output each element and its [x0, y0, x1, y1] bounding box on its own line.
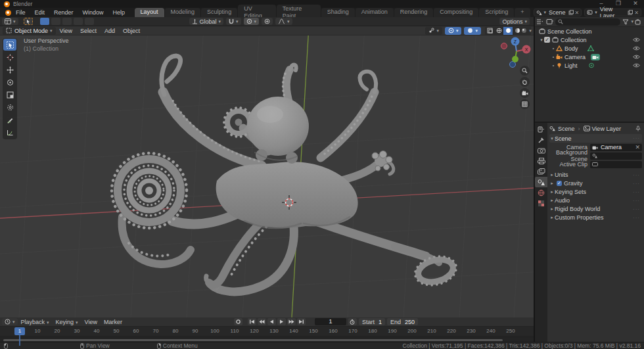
menu-edit[interactable]: Edit	[30, 8, 50, 17]
workspace-tab-scripting[interactable]: Scripting	[479, 8, 514, 17]
editor-divider[interactable]	[534, 17, 535, 342]
gizmo-dropdown[interactable]: ▾	[425, 27, 442, 35]
play-button[interactable]	[277, 318, 286, 325]
breadcrumb-view-layer[interactable]: View Layer	[592, 126, 621, 132]
tool-select-box[interactable]	[3, 39, 16, 51]
workspace-tab-shading[interactable]: Shading	[321, 8, 355, 17]
tab-scene[interactable]	[535, 177, 547, 187]
options-dropdown[interactable]: Options ▾	[499, 18, 530, 25]
workspace-tab-animation[interactable]: Animation	[356, 8, 394, 17]
timeline-menu-view[interactable]: View	[81, 319, 101, 325]
axis-x-negative-ball[interactable]	[501, 43, 507, 49]
tab-view-layer[interactable]	[535, 166, 547, 177]
menu-render[interactable]: Render	[49, 8, 78, 17]
proportional-editing-toggle[interactable]	[262, 18, 273, 25]
section-audio[interactable]: ▸ Audio ···	[549, 197, 642, 204]
outliner-row-light[interactable]: • Light	[535, 61, 644, 70]
collection-checkbox[interactable]: ✓	[544, 37, 550, 43]
tab-output[interactable]	[535, 156, 547, 166]
start-frame-field[interactable]: Start 1	[359, 318, 385, 325]
clear-icon[interactable]: ✕	[635, 144, 640, 151]
new-view-layer-icon[interactable]	[628, 10, 633, 15]
timeline-ruler[interactable]: 1020304050607080901001101201301401501601…	[0, 327, 534, 336]
tab-world[interactable]	[535, 187, 547, 198]
end-frame-field[interactable]: End 250	[387, 318, 418, 325]
shading-solid-button[interactable]	[503, 27, 513, 35]
scene-selector[interactable]: ▾ Scene ✕	[534, 9, 582, 16]
current-frame-field[interactable]: 1	[315, 318, 346, 325]
outliner-search-input[interactable]	[555, 18, 620, 26]
gravity-checkbox[interactable]: ✓	[557, 181, 562, 186]
viewport-canvas[interactable]: Z X	[0, 26, 534, 317]
record-button[interactable]	[234, 318, 242, 325]
use-preview-range-button[interactable]	[348, 318, 357, 325]
active-clip-field[interactable]	[590, 161, 642, 168]
timeline-menu-marker[interactable]: Marker	[101, 319, 126, 325]
section-rigid-body-world[interactable]: ▸ Rigid Body World ···	[549, 205, 642, 213]
tool-rotate[interactable]	[3, 76, 16, 88]
mode-dropdown[interactable]: Object Mode ▾	[3, 27, 56, 35]
eye-icon[interactable]	[633, 55, 640, 59]
shading-wireframe-button[interactable]	[494, 27, 503, 35]
display-mode-icon[interactable]	[546, 18, 553, 25]
scrollbar-thumb[interactable]	[3, 339, 503, 341]
outliner-row-body[interactable]: • Body	[535, 44, 644, 53]
select-mode-extend[interactable]	[85, 18, 94, 25]
workspace-tab-modeling[interactable]: Modeling	[165, 8, 201, 17]
transform-orientation-dropdown[interactable]: Global ▾	[189, 18, 224, 25]
timeline-menu-playback[interactable]: Playback▾	[18, 319, 53, 325]
jump-to-start-button[interactable]	[248, 318, 256, 325]
section-scene[interactable]: ▾ Scene ···	[549, 134, 642, 143]
zoom-view-button[interactable]	[520, 66, 530, 76]
section-units[interactable]: ▸ Units ···	[549, 171, 642, 179]
camera-view-button[interactable]	[520, 88, 530, 98]
workspace-tab-layout[interactable]: Layout	[135, 8, 164, 17]
editor-type-button[interactable]: ▾	[2, 18, 18, 25]
disclosure-triangle-icon[interactable]: ▾	[539, 37, 544, 43]
menu-file[interactable]: File	[11, 8, 30, 17]
jump-to-end-button[interactable]	[297, 318, 306, 325]
outliner-row-scene-collection[interactable]: Scene Collection	[535, 27, 644, 35]
workspace-tab-rendering[interactable]: Rendering	[394, 8, 434, 17]
eye-icon[interactable]	[633, 46, 640, 51]
section-gravity[interactable]: ▸ ✓ Gravity ···	[549, 179, 642, 187]
properties-editor-icon[interactable]	[535, 124, 547, 135]
camera-field[interactable]: Camera ✕	[590, 144, 642, 151]
timeline-editor-button[interactable]: ▾	[2, 318, 18, 325]
shading-rendered-button[interactable]: ▾	[522, 27, 531, 35]
tool-cursor[interactable]	[3, 51, 16, 63]
menu-help[interactable]: Help	[108, 8, 130, 17]
workspace-tab-compositing[interactable]: Compositing	[434, 8, 478, 17]
eye-icon[interactable]	[633, 63, 640, 68]
section-keying-sets[interactable]: ▸ Keying Sets ···	[549, 188, 642, 196]
tool-transform[interactable]	[3, 101, 16, 113]
snap-target-dropdown[interactable]: ▾	[244, 18, 260, 25]
play-reverse-button[interactable]	[267, 318, 276, 325]
pan-view-button[interactable]	[520, 77, 530, 87]
shading-xray-button[interactable]	[485, 27, 494, 35]
orthographic-toggle-button[interactable]	[520, 99, 530, 109]
xray-toggle[interactable]: ▾	[464, 27, 481, 35]
menu-window[interactable]: Window	[78, 8, 108, 17]
remove-view-layer-icon[interactable]: ✕	[634, 10, 639, 16]
section-custom-properties[interactable]: ▸ Custom Properties ···	[549, 214, 642, 221]
pin-icon[interactable]	[635, 126, 641, 131]
next-keyframe-button[interactable]	[287, 318, 296, 325]
viewport-menu-select[interactable]: Select	[76, 28, 101, 34]
tab-render[interactable]	[535, 145, 547, 156]
tool-scale[interactable]	[3, 89, 16, 101]
outliner-row-collection[interactable]: ▾ ✓ Collection	[535, 35, 644, 44]
select-mode-box[interactable]	[51, 18, 60, 25]
tab-texture[interactable]	[535, 198, 547, 208]
filter-icon[interactable]	[622, 19, 629, 25]
background-scene-field[interactable]	[590, 152, 642, 160]
playhead[interactable]: 1	[14, 327, 25, 335]
breadcrumb-scene[interactable]: Scene	[558, 126, 575, 132]
select-mode-lasso[interactable]	[74, 18, 83, 25]
select-mode-circle[interactable]	[62, 18, 72, 25]
viewport-menu-object[interactable]: Object	[119, 28, 144, 34]
eye-icon[interactable]	[633, 37, 640, 42]
tool-measure[interactable]	[3, 126, 16, 138]
viewport-3d[interactable]: Object Mode ▾ View Select Add Object ▾ ▾…	[0, 26, 534, 317]
blender-menu-icon[interactable]	[5, 10, 11, 16]
